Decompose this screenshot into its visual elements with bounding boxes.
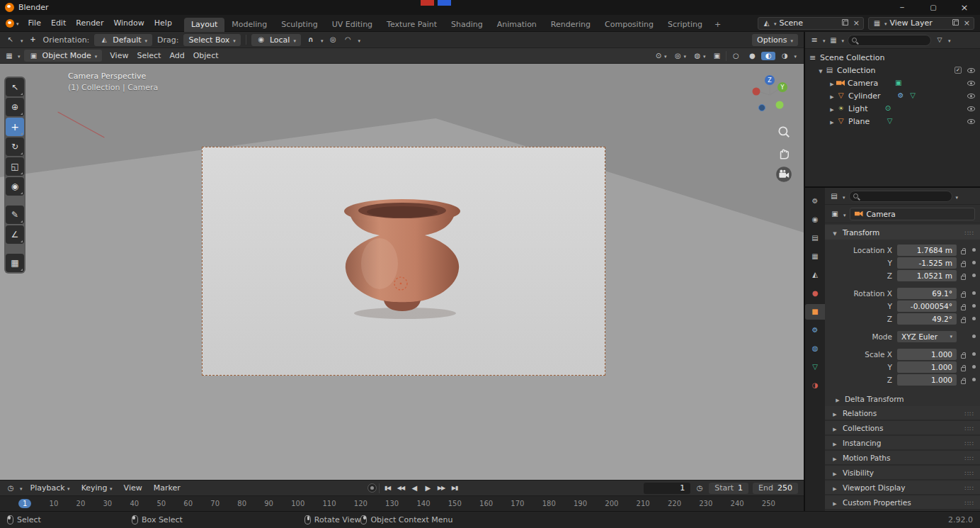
properties-section[interactable]: Viewport Display	[825, 481, 980, 495]
animate-dot-icon[interactable]	[972, 248, 976, 252]
snap-magnet-icon[interactable]	[306, 36, 316, 43]
workspace-tab[interactable]: Sculpting	[274, 18, 324, 32]
lock-icon[interactable]	[961, 350, 966, 359]
active-tool-icon[interactable]	[6, 36, 16, 43]
shading-solid-button[interactable]	[745, 52, 759, 60]
current-frame-field[interactable]: 1	[644, 483, 690, 494]
lock-icon[interactable]	[961, 302, 966, 310]
scene-collection-row[interactable]: Scene Collection	[805, 51, 980, 64]
move-tool-icon[interactable]	[28, 36, 38, 43]
properties-section[interactable]: Motion Paths	[825, 451, 980, 466]
animate-dot-icon[interactable]	[972, 304, 976, 308]
timeline-editor-icon[interactable]	[6, 485, 16, 492]
jump-to-end-button[interactable]	[449, 483, 460, 493]
value-field[interactable]: XYZ Euler	[897, 331, 957, 342]
disclosure-triangle-icon[interactable]	[831, 439, 839, 447]
hide-eye-icon[interactable]	[967, 79, 976, 87]
tool-cursor[interactable]: ⊕	[6, 98, 24, 116]
value-field[interactable]: -0.000054°	[897, 300, 957, 312]
grip-icon[interactable]	[965, 424, 974, 432]
viewport-menu-item[interactable]: View	[106, 51, 132, 60]
properties-tab-render[interactable]	[805, 212, 825, 228]
play-reverse-button[interactable]	[409, 483, 420, 493]
lock-icon[interactable]	[961, 259, 966, 267]
start-frame-field[interactable]: Start 1	[709, 483, 748, 494]
properties-section[interactable]: Instancing	[825, 436, 980, 451]
properties-editor-icon[interactable]	[829, 193, 839, 200]
tool-transform[interactable]: ◉	[6, 177, 24, 196]
menu-item[interactable]: Edit	[46, 18, 71, 28]
value-field[interactable]: 1.000	[897, 374, 957, 386]
disclosure-triangle-icon[interactable]	[831, 468, 839, 477]
outliner-search-input[interactable]	[848, 35, 931, 46]
lock-icon[interactable]	[961, 246, 966, 254]
lock-icon[interactable]	[961, 315, 966, 323]
disclosure-triangle-icon[interactable]	[828, 104, 836, 113]
animate-dot-icon[interactable]	[972, 274, 976, 277]
properties-tab-material[interactable]	[805, 378, 825, 393]
animate-dot-icon[interactable]	[972, 261, 976, 264]
value-field[interactable]: 49.2°	[897, 313, 957, 325]
axis-x-ball[interactable]	[753, 88, 760, 96]
display-mode-icon[interactable]	[829, 37, 838, 44]
camera-frame[interactable]	[202, 147, 605, 376]
value-field[interactable]: 1.000	[897, 349, 957, 360]
hide-eye-icon[interactable]	[967, 104, 976, 113]
grip-icon[interactable]	[965, 454, 974, 462]
properties-tab-object-data[interactable]	[805, 359, 825, 375]
animate-dot-icon[interactable]	[972, 378, 976, 381]
collection-row[interactable]: Collection	[805, 64, 980, 77]
minimize-button[interactable]	[887, 0, 918, 15]
tool-select-box[interactable]: ↖	[6, 78, 24, 96]
shading-wireframe-button[interactable]	[729, 52, 743, 60]
axis-y-neg-ball[interactable]	[776, 101, 784, 109]
tool-move[interactable]: +	[6, 118, 24, 136]
value-field[interactable]: 1.0521 m	[897, 270, 957, 281]
workspace-tab[interactable]: Modeling	[224, 18, 274, 32]
camera-view-icon[interactable]	[775, 166, 792, 183]
workspace-tab[interactable]: Rendering	[544, 18, 598, 32]
disclosure-triangle-icon[interactable]	[833, 395, 842, 403]
workspace-tab[interactable]: Layout	[184, 18, 224, 32]
grip-icon[interactable]	[965, 228, 974, 237]
outliner-object-row[interactable]: Plane	[805, 115, 980, 128]
orientation-dropdown[interactable]: Default	[94, 34, 152, 46]
tool-rotate[interactable]: ↻	[6, 137, 24, 156]
proportional-editing-icon[interactable]	[328, 36, 338, 43]
new-view-layer-icon[interactable]	[954, 21, 959, 26]
menu-item[interactable]: Window	[108, 18, 149, 28]
editor-type-icon[interactable]	[4, 52, 14, 60]
delta-transform-section[interactable]: Delta Transform	[825, 392, 980, 406]
menu-item[interactable]: Render	[71, 18, 108, 28]
close-button[interactable]	[949, 0, 980, 15]
disclosure-triangle-icon[interactable]	[831, 483, 839, 492]
previous-keyframe-button[interactable]	[395, 483, 406, 493]
show-gizmo-button[interactable]	[671, 50, 688, 61]
hide-eye-icon[interactable]	[967, 117, 976, 125]
value-field[interactable]: -1.525 m	[897, 257, 957, 269]
workspace-tab[interactable]: Texture Paint	[380, 18, 444, 32]
axis-z-neg-ball[interactable]	[759, 105, 765, 111]
exclude-checkbox[interactable]	[955, 67, 962, 74]
pan-hand-icon[interactable]	[777, 146, 791, 160]
outliner-editor-icon[interactable]	[809, 36, 819, 44]
grip-icon[interactable]	[965, 468, 974, 477]
disclosure-triangle-icon[interactable]	[831, 454, 839, 462]
falloff-icon[interactable]	[343, 36, 353, 43]
transform-panel-header[interactable]: Transform	[825, 225, 980, 240]
object-icon[interactable]	[830, 210, 840, 218]
workspace-tab[interactable]: Scripting	[661, 18, 710, 32]
properties-section[interactable]: Relations	[825, 406, 980, 421]
next-keyframe-button[interactable]	[435, 483, 447, 493]
properties-tab-object[interactable]	[805, 304, 825, 320]
menu-item[interactable]: File	[23, 18, 46, 28]
properties-section[interactable]: Visibility	[825, 466, 980, 481]
outliner-object-row[interactable]: Light	[805, 102, 980, 115]
disclosure-triangle-icon[interactable]	[828, 79, 836, 88]
properties-section[interactable]: Custom Properties	[825, 495, 980, 510]
disclosure-triangle-icon[interactable]	[831, 498, 839, 507]
properties-section[interactable]: Collections	[825, 421, 980, 436]
workspace-tab[interactable]: Compositing	[598, 18, 661, 32]
3d-viewport[interactable]: Camera Perspective (1) Collection | Came…	[0, 64, 804, 480]
maximize-button[interactable]	[918, 0, 949, 15]
